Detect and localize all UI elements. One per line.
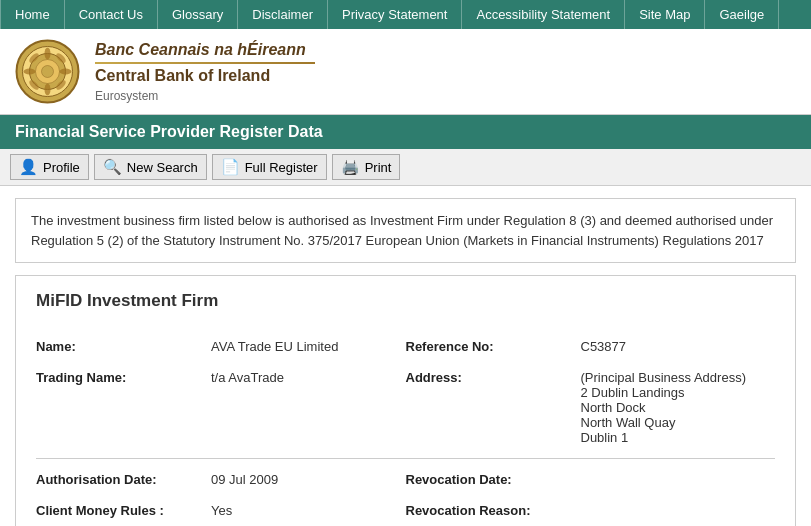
new-search-button[interactable]: 🔍 New Search [94, 154, 207, 180]
nav-home[interactable]: Home [0, 0, 65, 29]
register-icon: 📄 [221, 158, 240, 176]
gold-divider [95, 62, 315, 64]
address-header: (Principal Business Address) [581, 370, 771, 385]
toolbar: 👤 Profile 🔍 New Search 📄 Full Register 🖨… [0, 149, 811, 186]
nav-gaeilge[interactable]: Gaeilge [705, 0, 779, 29]
reference-no-value: C53877 [576, 331, 776, 362]
address-line3: North Wall Quay [581, 415, 771, 430]
nav-accessibility[interactable]: Accessibility Statement [462, 0, 625, 29]
eurosystem-label: Eurosystem [95, 89, 315, 103]
address-value: (Principal Business Address) 2 Dublin La… [576, 362, 776, 453]
print-button[interactable]: 🖨️ Print [332, 154, 401, 180]
nav-privacy[interactable]: Privacy Statement [328, 0, 463, 29]
svg-point-4 [42, 66, 54, 78]
svg-point-5 [45, 48, 51, 60]
nav-disclaimer[interactable]: Disclaimer [238, 0, 328, 29]
client-money-value: Yes [206, 495, 406, 526]
revocation-reason-label: Revocation Reason: [406, 495, 576, 526]
name-value: AVA Trade EU Limited [206, 331, 406, 362]
profile-icon: 👤 [19, 158, 38, 176]
bank-name-en: Central Bank of Ireland [95, 67, 315, 85]
top-nav: Home Contact Us Glossary Disclaimer Priv… [0, 0, 811, 29]
bank-logo [15, 39, 80, 104]
firm-details-panel: MiFID Investment Firm Name: AVA Trade EU… [15, 275, 796, 526]
revocation-date-label: Revocation Date: [406, 464, 576, 495]
name-label: Name: [36, 331, 206, 362]
full-register-button[interactable]: 📄 Full Register [212, 154, 327, 180]
nav-glossary[interactable]: Glossary [158, 0, 238, 29]
nav-contact-us[interactable]: Contact Us [65, 0, 158, 29]
reference-no-label: Reference No: [406, 331, 576, 362]
bank-title: Banc Ceannais na hÉireann Central Bank o… [95, 41, 315, 103]
divider [36, 458, 775, 459]
revocation-reason-value [576, 495, 776, 526]
site-header: Banc Ceannais na hÉireann Central Bank o… [0, 29, 811, 115]
svg-point-7 [24, 69, 36, 75]
fields-grid: Name: AVA Trade EU Limited Reference No:… [36, 331, 775, 526]
print-icon: 🖨️ [341, 158, 360, 176]
trading-name-label: Trading Name: [36, 362, 206, 453]
revocation-date-value [576, 464, 776, 495]
search-icon: 🔍 [103, 158, 122, 176]
notice-box: The investment business firm listed belo… [15, 198, 796, 263]
profile-button[interactable]: 👤 Profile [10, 154, 89, 180]
client-money-label: Client Money Rules : [36, 495, 206, 526]
auth-date-label: Authorisation Date: [36, 464, 206, 495]
nav-sitemap[interactable]: Site Map [625, 0, 705, 29]
address-line1: 2 Dublin Landings [581, 385, 771, 400]
address-line4: Dublin 1 [581, 430, 771, 445]
address-label: Address: [406, 362, 576, 453]
auth-date-value: 09 Jul 2009 [206, 464, 406, 495]
bank-name-ga: Banc Ceannais na hÉireann [95, 41, 315, 59]
notice-text: The investment business firm listed belo… [31, 213, 773, 248]
page-title: Financial Service Provider Register Data [0, 115, 811, 149]
trading-name-value: t/a AvaTrade [206, 362, 406, 453]
section-title: MiFID Investment Firm [36, 291, 775, 311]
svg-point-6 [45, 84, 51, 96]
address-line2: North Dock [581, 400, 771, 415]
svg-point-8 [60, 69, 72, 75]
